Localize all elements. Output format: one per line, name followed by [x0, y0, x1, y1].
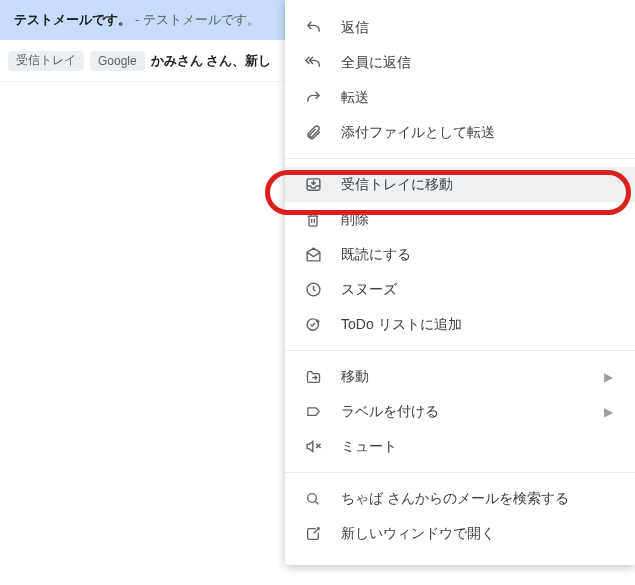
menu-label: ちゃば さんからのメールを検索する [341, 490, 613, 508]
forward-icon [303, 88, 323, 108]
attachment-icon [303, 123, 323, 143]
menu-label: 転送 [341, 89, 613, 107]
menu-item-move-to-inbox[interactable]: 受信トレイに移動 [285, 167, 635, 202]
menu-label: 全員に返信 [341, 54, 613, 72]
menu-item-mark-read[interactable]: 既読にする [285, 237, 635, 272]
trash-icon [303, 210, 323, 230]
menu-label: 受信トレイに移動 [341, 176, 613, 194]
menu-label: 移動 [341, 368, 604, 386]
clock-icon [303, 280, 323, 300]
email-snippet: - テストメールです。 [135, 11, 260, 29]
menu-item-delete[interactable]: 削除 [285, 202, 635, 237]
menu-label: ラベルを付ける [341, 403, 604, 421]
label-google-chip: Google [90, 51, 145, 71]
menu-item-label-as[interactable]: ラベルを付ける ▶ [285, 394, 635, 429]
reply-icon [303, 18, 323, 38]
menu-item-forward[interactable]: 転送 [285, 80, 635, 115]
menu-divider [285, 158, 635, 159]
menu-label: 添付ファイルとして転送 [341, 124, 613, 142]
mute-icon [303, 437, 323, 457]
menu-divider [285, 472, 635, 473]
menu-label: 削除 [341, 211, 613, 229]
menu-item-open-new-window[interactable]: 新しいウィンドウで開く [285, 516, 635, 551]
menu-item-move-to[interactable]: 移動 ▶ [285, 359, 635, 394]
folder-move-icon [303, 367, 323, 387]
menu-label: 新しいウィンドウで開く [341, 525, 613, 543]
menu-label: ToDo リストに追加 [341, 316, 613, 334]
menu-label: 返信 [341, 19, 613, 37]
label-inbox-chip: 受信トレイ [8, 51, 84, 71]
context-menu: 返信 全員に返信 転送 添付ファイルとして転送 受信トレイに移動 削除 [285, 0, 635, 565]
menu-divider [285, 350, 635, 351]
open-new-window-icon [303, 524, 323, 544]
svg-point-3 [308, 493, 317, 502]
reply-all-icon [303, 53, 323, 73]
menu-label: スヌーズ [341, 281, 613, 299]
menu-item-find-emails-from[interactable]: ちゃば さんからのメールを検索する [285, 481, 635, 516]
chevron-right-icon: ▶ [604, 370, 613, 384]
menu-label: ミュート [341, 438, 613, 456]
mail-open-icon [303, 245, 323, 265]
menu-label: 既読にする [341, 246, 613, 264]
menu-item-add-task[interactable]: ToDo リストに追加 [285, 307, 635, 342]
label-icon [303, 402, 323, 422]
task-add-icon [303, 315, 323, 335]
inbox-icon [303, 175, 323, 195]
menu-item-reply-all[interactable]: 全員に返信 [285, 45, 635, 80]
search-icon [303, 489, 323, 509]
email-subject: テストメールです。 [14, 11, 131, 29]
menu-item-mute[interactable]: ミュート [285, 429, 635, 464]
chevron-right-icon: ▶ [604, 405, 613, 419]
menu-item-snooze[interactable]: スヌーズ [285, 272, 635, 307]
email-subject: かみさん さん、新し [151, 52, 272, 70]
menu-item-forward-attachment[interactable]: 添付ファイルとして転送 [285, 115, 635, 150]
menu-item-reply[interactable]: 返信 [285, 10, 635, 45]
